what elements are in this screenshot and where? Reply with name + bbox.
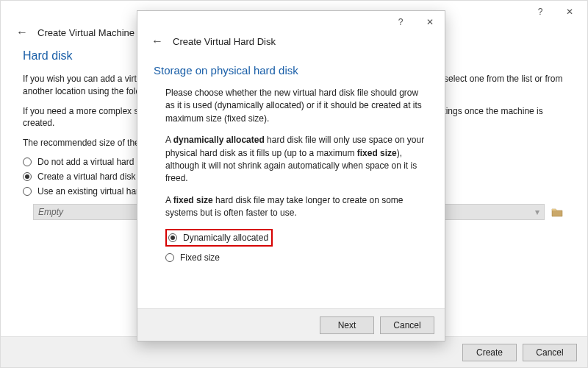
folder-icon[interactable] (549, 204, 565, 220)
combo-value: Empty (38, 207, 63, 217)
radio-icon (23, 187, 32, 196)
back-arrow-icon[interactable]: ← (151, 35, 164, 48)
cancel-button[interactable]: Cancel (523, 344, 577, 361)
front-title: Create Virtual Hard Disk (173, 36, 276, 47)
help-icon[interactable]: ? (526, 1, 555, 22)
radio-icon (165, 253, 174, 262)
radio-icon (23, 172, 32, 181)
parent-title: Create Virtual Machine (37, 27, 135, 38)
cancel-button[interactable]: Cancel (380, 316, 434, 334)
chevron-down-icon: ▾ (535, 207, 539, 217)
front-header: ← Create Virtual Hard Disk (137, 33, 445, 55)
radio-label: Dynamically allocated (183, 233, 268, 243)
radio-icon (23, 158, 32, 166)
front-titlebar: ? ✕ (137, 11, 445, 33)
front-body: Storage on physical hard disk Please cho… (137, 55, 445, 308)
highlight-box: Dynamically allocated (165, 229, 273, 247)
radio-label: Fixed size (180, 252, 220, 263)
front-heading: Storage on physical hard disk (154, 64, 429, 77)
back-arrow-icon[interactable]: ← (15, 26, 29, 39)
front-footer: Next Cancel (137, 308, 445, 341)
radio-dynamically-allocated[interactable]: Dynamically allocated (168, 233, 268, 243)
radio-icon (168, 233, 177, 242)
radio-fixed-size[interactable]: Fixed size (165, 252, 429, 263)
create-vhd-dialog: ? ✕ ← Create Virtual Hard Disk Storage o… (137, 10, 445, 342)
close-icon[interactable]: ✕ (415, 12, 445, 32)
next-button[interactable]: Next (320, 316, 374, 334)
front-para3: A fixed size hard disk file may take lon… (165, 194, 429, 220)
create-button[interactable]: Create (462, 344, 517, 361)
close-icon[interactable]: ✕ (555, 1, 584, 22)
front-para2: A dynamically allocated hard disk file w… (165, 134, 429, 185)
help-icon[interactable]: ? (386, 12, 415, 32)
front-para1: Please choose whether the new virtual ha… (165, 87, 429, 125)
radio-label: Do not add a virtual hard disk (37, 157, 152, 167)
